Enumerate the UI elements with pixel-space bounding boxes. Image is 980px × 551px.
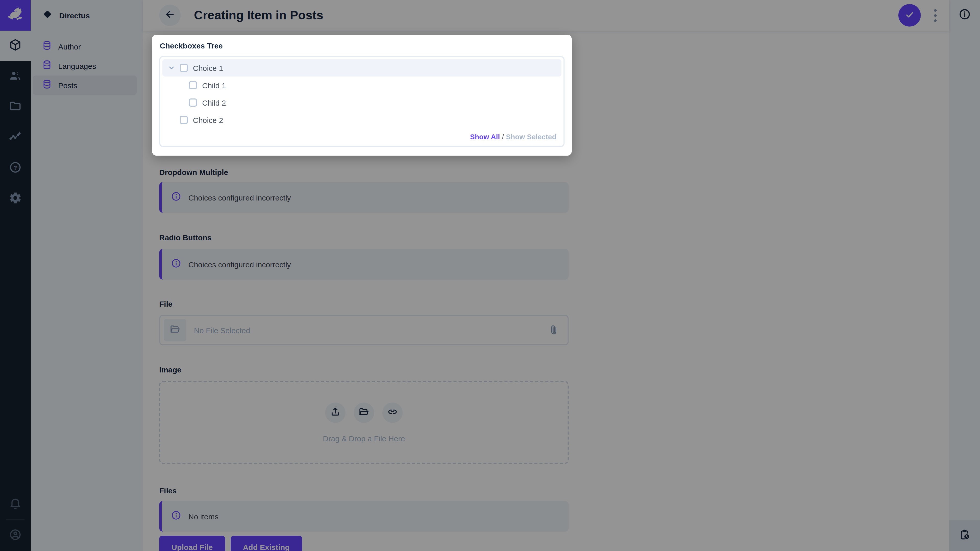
tree-item-label: Child 1 (202, 81, 226, 89)
checkbox[interactable] (180, 64, 188, 72)
checkbox[interactable] (189, 81, 197, 89)
show-all-link[interactable]: Show All (470, 133, 500, 141)
checkboxes-tree-box: Choice 1 Child 1 Child 2 Choice 2 Show A… (159, 56, 565, 147)
show-selected-link[interactable]: Show Selected (506, 133, 556, 141)
checkboxes-tree-popup: Checkboxes Tree Choice 1 Child 1 Child 2 (152, 35, 572, 156)
tree-row-child-2[interactable]: Child 2 (162, 94, 562, 111)
checkbox[interactable] (189, 98, 197, 106)
tree-item-label: Choice 1 (193, 64, 223, 72)
footer-separator: / (502, 133, 506, 141)
chevron-down-icon[interactable] (166, 64, 177, 72)
tree-item-label: Choice 2 (193, 116, 223, 124)
chevron-spacer (166, 116, 177, 124)
checkbox[interactable] (180, 116, 188, 124)
tree-row-child-1[interactable]: Child 1 (162, 76, 562, 94)
field-label: Checkboxes Tree (160, 41, 572, 51)
app-root: ? (0, 0, 980, 551)
tree-footer: Show All / Show Selected (470, 133, 556, 141)
tree-item-label: Child 2 (202, 98, 226, 107)
tree-row-choice-2[interactable]: Choice 2 (162, 111, 562, 129)
tree-row-choice-1[interactable]: Choice 1 (162, 59, 562, 76)
